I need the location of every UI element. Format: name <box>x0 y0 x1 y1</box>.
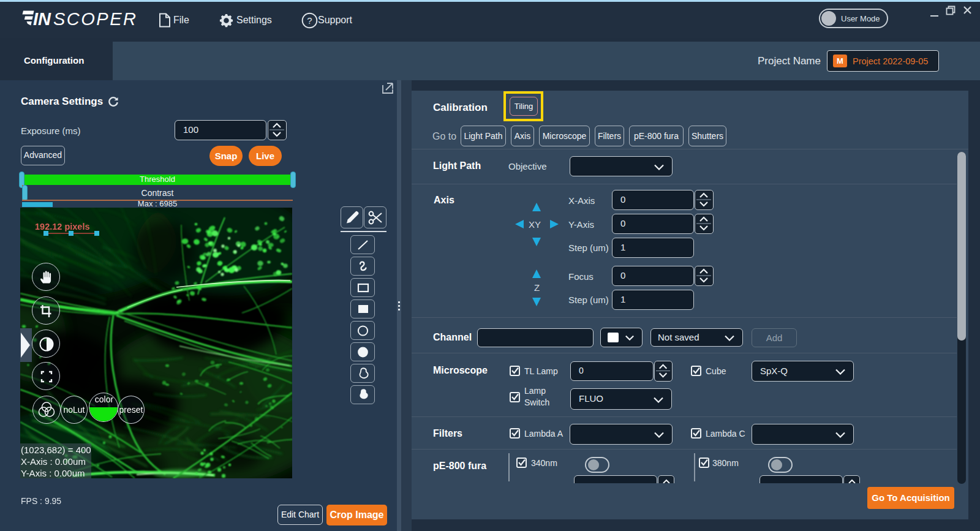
svg-text:?: ? <box>307 15 312 26</box>
svg-text:IN: IN <box>33 9 51 29</box>
svg-text:SCOPER: SCOPER <box>53 9 137 29</box>
